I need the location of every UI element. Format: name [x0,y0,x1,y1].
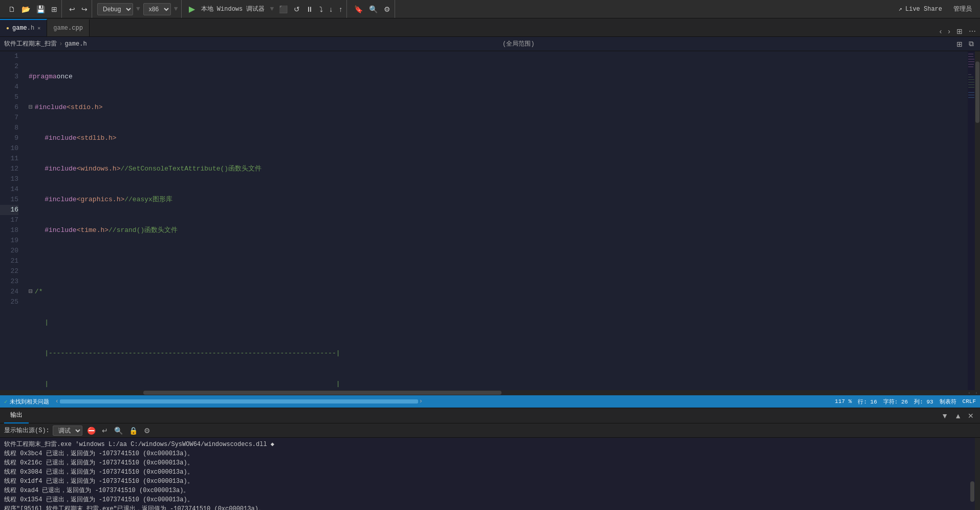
hscrollbar-right-arrow[interactable]: › [973,390,980,395]
hscrollbar-nav-left[interactable]: ‹ [55,398,59,405]
tabs-more-btn[interactable]: ⋯ [967,26,978,36]
manage-button[interactable]: 管理员 [949,4,976,14]
tab-game-cpp[interactable]: game.cpp [47,19,90,36]
code-editor[interactable]: #pragma once ⊟#include <stdio.h> #includ… [25,51,968,390]
tab-output-label: 输出 [10,411,23,419]
code-line-3: #include <stdlib.h> [29,133,968,143]
code-line-1: #pragma once [29,72,968,82]
output-line-2: 线程 0x216c 已退出，返回值为 -1073741510 (0xc00001… [4,458,971,468]
status-right: 117 % 行: 16 字符: 26 列: 93 制表符 CRLF [835,398,976,406]
output-panel: 输出 ▼ ▲ ✕ 显示输出源(S): 调试 ⛔ ↵ 🔍 🔒 ⚙ 软件工程期末_扫… [0,408,980,510]
editor-vscrollbar-thumb[interactable] [975,61,979,123]
output-minimize-btn[interactable]: ▼ [939,411,950,421]
output-maximize-btn[interactable]: ▲ [952,411,964,421]
editor-hscrollbar[interactable]: ‹ › [0,390,980,395]
output-vscrollbar-thumb[interactable] [970,481,974,502]
settings-btn[interactable]: ⚙ [382,4,393,14]
tabs-expand-btn[interactable]: ⊞ [954,26,965,36]
config-toolbar-group: Debug ▼ x86 ▼ [95,0,182,18]
breadcrumb-project[interactable]: 软件工程期末_扫雷 [4,39,57,48]
live-share-icon: ↗ [899,5,902,13]
output-close-btn[interactable]: ✕ [966,411,976,421]
tab-output[interactable]: 输出 [4,408,29,423]
step-in-btn[interactable]: ↓ [327,4,335,14]
breadcrumb-file[interactable]: game.h [64,40,86,48]
svg-rect-9 [968,82,974,82]
run-toolbar-group: ▶ 本地 Windows 调试器 ▼ ⬛ ↺ ⏸ ⤵ ↓ ↑ [185,0,347,18]
redo-btn[interactable]: ↪ [79,4,90,14]
output-source-select[interactable]: 调试 [53,426,82,436]
svg-rect-10 [968,84,974,85]
tabs-right-controls: ‹ › ⊞ ⋯ [938,26,980,36]
status-bar: ✓ 未找到相关问题 ‹ › 117 % 行: 16 字符: 26 列: 93 制… [0,395,980,408]
output-clear-btn[interactable]: ⛔ [85,426,97,436]
svg-rect-1 [968,56,973,57]
status-char[interactable]: 字符: 26 [883,398,908,406]
status-line-ending[interactable]: CRLF [963,398,976,406]
find-btn[interactable]: 🔍 [367,4,380,14]
code-line-6: #include <time.h> //srand()函数头文件 [29,225,968,236]
output-settings-btn[interactable]: ⚙ [142,426,152,436]
output-vscrollbar[interactable] [975,438,980,510]
output-wrap-btn[interactable]: ↵ [100,426,110,436]
save-all-btn[interactable]: ⊞ [49,4,59,14]
platform-select[interactable]: x86 [143,3,171,15]
output-content[interactable]: 软件工程期末_扫雷.exe 'windows L:/aa C:/windows/… [0,438,975,510]
status-encoding[interactable]: 制表符 [940,398,956,406]
breadcrumb-scope[interactable]: (全局范围) [503,39,534,48]
svg-rect-11 [968,87,974,88]
line-numbers: 1 2 3 4 5 6 7 8 9 10 11 12 13 14 15 16 1… [0,51,25,390]
save-btn[interactable]: 💾 [34,4,47,14]
editor-minimap [968,51,975,390]
code-line-4: #include <windows.h> //SetConsoleTextAtt… [29,164,968,174]
output-find-btn[interactable]: 🔍 [113,426,124,436]
output-line-0: 软件工程期末_扫雷.exe 'windows L:/aa C:/windows/… [4,440,971,449]
tab-label-game-h: game.h [12,25,34,32]
output-line-5: 线程 0xad4 已退出，返回值为 -1073741510 (0xc000013… [4,486,971,495]
config-select[interactable]: Debug [97,3,133,15]
hscrollbar-left-arrow[interactable]: ‹ [966,390,973,395]
step-over-btn[interactable]: ⤵ [317,4,325,14]
open-btn[interactable]: 📂 [19,4,32,14]
output-lock-btn[interactable]: 🔒 [127,426,139,436]
file-toolbar-group: 🗋 📂 💾 ⊞ [4,0,62,18]
output-line-3: 线程 0x3084 已退出，返回值为 -1073741510 (0xc00001… [4,468,971,477]
output-panel-tabs: 输出 ▼ ▲ ✕ [0,408,980,423]
break-btn[interactable]: ⏸ [304,4,315,14]
code-line-11: | | [29,379,968,389]
bookmark-btn[interactable]: 🔖 [352,4,365,14]
tabs-scroll-left-btn[interactable]: ‹ [938,26,944,36]
status-check-item[interactable]: ✓ 未找到相关问题 [4,398,49,406]
stop-btn[interactable]: ⬛ [277,4,290,14]
svg-rect-13 [968,95,974,95]
svg-rect-14 [968,97,974,98]
tabs-scroll-right-btn[interactable]: › [946,26,952,36]
svg-rect-7 [968,77,973,77]
restart-btn[interactable]: ↺ [292,4,302,14]
editor-hscrollbar-thumb[interactable] [143,391,502,395]
breadcrumb-split-btn[interactable]: ⧉ [967,38,976,49]
breadcrumb-expand-btn[interactable]: ⊞ [954,39,965,49]
tab-game-h[interactable]: ● game.h ✕ [0,19,47,36]
new-file-btn[interactable]: 🗋 [6,4,17,14]
editor-vscrollbar[interactable] [975,51,980,390]
run-btn[interactable]: ▶ [187,3,197,15]
svg-rect-8 [968,79,974,80]
tab-modified-indicator: ● [6,26,9,31]
output-line-7: 程序"[9516] 软件工程期末_扫雷.exe"已退出，返回值为 -107374… [4,504,971,510]
code-line-8: ⊟/* [29,287,968,297]
tab-close-game-h[interactable]: ✕ [37,25,40,31]
step-out-btn[interactable]: ↑ [337,4,344,14]
status-issues-label: 未找到相关问题 [10,398,49,406]
status-row[interactable]: 行: 16 [858,398,877,406]
status-zoom[interactable]: 117 % [835,398,852,406]
output-toolbar: 显示输出源(S): 调试 ⛔ ↵ 🔍 🔒 ⚙ [0,423,980,438]
status-col[interactable]: 列: 93 [914,398,933,406]
svg-rect-5 [968,67,973,67]
hscrollbar-nav-right[interactable]: › [419,398,423,405]
output-line-6: 线程 0x1354 已退出，返回值为 -1073741510 (0xc00001… [4,495,971,504]
output-line-1: 线程 0x3bc4 已退出，返回值为 -1073741510 (0xc00001… [4,449,971,458]
undo-btn[interactable]: ↩ [67,4,77,14]
editor-content: 1 2 3 4 5 6 7 8 9 10 11 12 13 14 15 16 1… [0,51,980,390]
live-share-button[interactable]: ↗ Live Share [895,4,946,14]
